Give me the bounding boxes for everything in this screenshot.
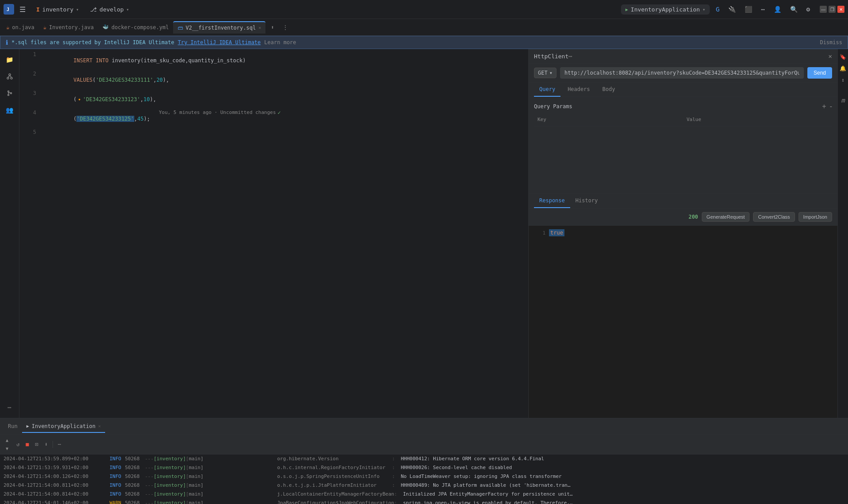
app-name-badge[interactable]: ▶ InventoryApplication ▾ bbox=[621, 4, 710, 15]
response-body: 1 true bbox=[529, 226, 837, 418]
method-select[interactable]: GET ▾ bbox=[534, 68, 556, 78]
tab-query[interactable]: Query bbox=[534, 83, 560, 97]
close-button[interactable]: ✕ bbox=[837, 6, 844, 13]
git-blame-text: You, 5 minutes ago · Uncommitted changes bbox=[159, 110, 276, 115]
svg-point-2 bbox=[9, 74, 11, 76]
bookmark-icon[interactable]: 🔖 bbox=[839, 53, 848, 61]
tab-response[interactable]: Response bbox=[534, 194, 570, 208]
log-message: No LoadTimeWeaver setup: ignoring JPA cl… bbox=[401, 473, 844, 481]
user-icon[interactable]: 👤 bbox=[771, 4, 784, 15]
log-thread: main] bbox=[189, 490, 277, 498]
snapshot-icon[interactable]: ⊡ bbox=[33, 440, 41, 449]
yml-icon: 🐳 bbox=[102, 24, 109, 30]
download-icon[interactable]: ⬇ bbox=[42, 440, 50, 449]
restart-icon[interactable]: ↺ bbox=[14, 440, 22, 449]
scroll-down-icon[interactable]: ▼ bbox=[4, 445, 11, 452]
grammarly-icon[interactable]: G bbox=[713, 4, 722, 15]
hamburger-button[interactable]: ☰ bbox=[18, 4, 27, 15]
console-output[interactable]: 2024-04-12T21:53:59.899+02:00 INFO 50268… bbox=[0, 455, 848, 504]
remove-param-button[interactable]: - bbox=[830, 102, 832, 110]
notifications-icon[interactable]: 🔔 bbox=[839, 64, 848, 73]
tab-history[interactable]: History bbox=[570, 194, 603, 208]
params-table: Key Value bbox=[534, 115, 832, 188]
log-level: INFO bbox=[110, 455, 125, 463]
users-icon[interactable]: 👥 bbox=[3, 103, 17, 117]
try-intellij-link[interactable]: Try IntelliJ IDEA Ultimate bbox=[178, 39, 261, 45]
inventory-nav-tab[interactable]: I inventory ▾ bbox=[31, 4, 84, 15]
url-input[interactable] bbox=[560, 67, 804, 79]
stop-icon[interactable]: ■ bbox=[23, 440, 31, 449]
log-sep: --- bbox=[145, 499, 154, 504]
search-icon[interactable]: 🔍 bbox=[787, 4, 800, 15]
line-number-2: 2 bbox=[19, 71, 42, 77]
minimize-button[interactable]: — bbox=[820, 6, 827, 13]
tab-headers[interactable]: Headers bbox=[562, 83, 595, 97]
run-tab[interactable]: Run bbox=[4, 421, 22, 433]
learn-more-link[interactable]: Learn more bbox=[264, 39, 296, 45]
inventory-app-tab[interactable]: ▶ InventoryApplication ✕ bbox=[22, 421, 106, 433]
tab-actions: ⬍ ⋮ bbox=[267, 24, 292, 30]
tab-on-java[interactable]: ☕ on.java bbox=[2, 22, 39, 33]
editor-area: 1 INSERT INTO inventory(item_sku_code,qu… bbox=[19, 49, 528, 418]
right-sidebar: 🔖 🔔 ↕ m bbox=[837, 49, 848, 418]
log-pid: 50268 bbox=[125, 481, 145, 489]
app-name-dropdown[interactable]: ▾ bbox=[703, 7, 705, 12]
params-table-body bbox=[534, 126, 832, 188]
log-message: spring.jpa.open-in-view is enabled by de… bbox=[403, 499, 844, 504]
line-number-5: 5 bbox=[19, 129, 42, 135]
tab-v2-sql[interactable]: 🗃 V2__firstInventory.sql ✕ bbox=[173, 21, 265, 34]
develop-tab-dropdown[interactable]: ▾ bbox=[126, 7, 129, 12]
bottom-tabs-bar: Run ▶ InventoryApplication ✕ bbox=[0, 419, 848, 435]
add-param-button[interactable]: + bbox=[822, 102, 826, 110]
tab-inventory-java[interactable]: ☕ Inventory.java bbox=[39, 22, 98, 33]
tab-body[interactable]: Body bbox=[597, 83, 621, 97]
dismiss-button[interactable]: Dismiss bbox=[820, 39, 842, 45]
maximize-button[interactable]: ❐ bbox=[829, 6, 836, 13]
app-name-label: InventoryApplication bbox=[631, 6, 700, 13]
send-button[interactable]: Send bbox=[807, 67, 832, 79]
log-sep: --- bbox=[145, 455, 154, 463]
log-sep: --- bbox=[145, 490, 154, 498]
convert-to-class-button[interactable]: Convert2Class bbox=[753, 212, 795, 222]
inventory-app-tab-label: InventoryApplication bbox=[32, 423, 96, 429]
code-line-5: 5 bbox=[19, 129, 528, 137]
generate-request-button[interactable]: GenerateRequest bbox=[702, 212, 750, 222]
record-icon[interactable]: ⬛ bbox=[742, 4, 755, 15]
log-bracket: [ bbox=[186, 464, 189, 472]
log-logger: o.h.c.internal.RegionFactoryInitiator bbox=[277, 464, 392, 472]
more-options-icon[interactable]: ⋯ bbox=[758, 4, 767, 15]
info-bar: ℹ *.sql files are supported by IntelliJ … bbox=[0, 36, 848, 49]
line-content-4: ('DE342GES34233125',45); bbox=[42, 110, 154, 128]
tab-docker-compose[interactable]: 🐳 docker-compose.yml bbox=[98, 22, 173, 33]
more-sidebar-icon[interactable]: ⋯ bbox=[3, 400, 17, 414]
close-tab-icon[interactable]: ✕ bbox=[258, 25, 261, 30]
log-logger: j.LocalContainerEntityManagerFactoryBean bbox=[277, 490, 394, 498]
more-tools-icon[interactable]: ⋯ bbox=[56, 440, 63, 449]
tab-inventory-java-label: Inventory.java bbox=[49, 24, 94, 30]
info-icon: ℹ bbox=[6, 39, 8, 46]
info-message: *.sql files are supported by IntelliJ ID… bbox=[11, 39, 174, 45]
panel-menu-icon[interactable]: ⋯ bbox=[568, 53, 572, 60]
http-request-tabs: Query Headers Body bbox=[529, 83, 837, 97]
log-colon: : bbox=[392, 481, 401, 489]
develop-nav-tab[interactable]: ⎇ develop ▾ bbox=[85, 4, 134, 15]
vcs-icon[interactable] bbox=[3, 69, 17, 83]
log-app: [inventory] bbox=[154, 455, 186, 463]
tab-split-icon[interactable]: ⬍ bbox=[267, 24, 277, 30]
inventory-app-icon: ▶ bbox=[26, 424, 29, 428]
close-inventory-tab-icon[interactable]: ✕ bbox=[98, 424, 101, 428]
inventory-tab-dropdown[interactable]: ▾ bbox=[76, 7, 79, 12]
panel-close-icon[interactable]: ✕ bbox=[829, 53, 832, 60]
import-json-button[interactable]: ImportJson bbox=[799, 212, 832, 222]
java-icon-2: ☕ bbox=[43, 24, 46, 30]
scroll-up-icon[interactable]: ▲ bbox=[4, 436, 11, 444]
sync-icon[interactable]: ↕ bbox=[839, 76, 848, 84]
log-logger: JpaBaseConfiguration$JpaWebConfiguration bbox=[277, 499, 394, 504]
folder-icon[interactable]: 📁 bbox=[3, 53, 17, 67]
git-icon[interactable] bbox=[3, 86, 17, 100]
settings-icon[interactable]: ⚙ bbox=[804, 4, 813, 15]
plugin-icon[interactable]: 🔌 bbox=[726, 4, 738, 15]
code-editor[interactable]: 1 INSERT INTO inventory(item_sku_code,qu… bbox=[19, 49, 528, 418]
log-level: INFO bbox=[110, 490, 125, 498]
tab-more-icon[interactable]: ⋮ bbox=[279, 24, 292, 30]
